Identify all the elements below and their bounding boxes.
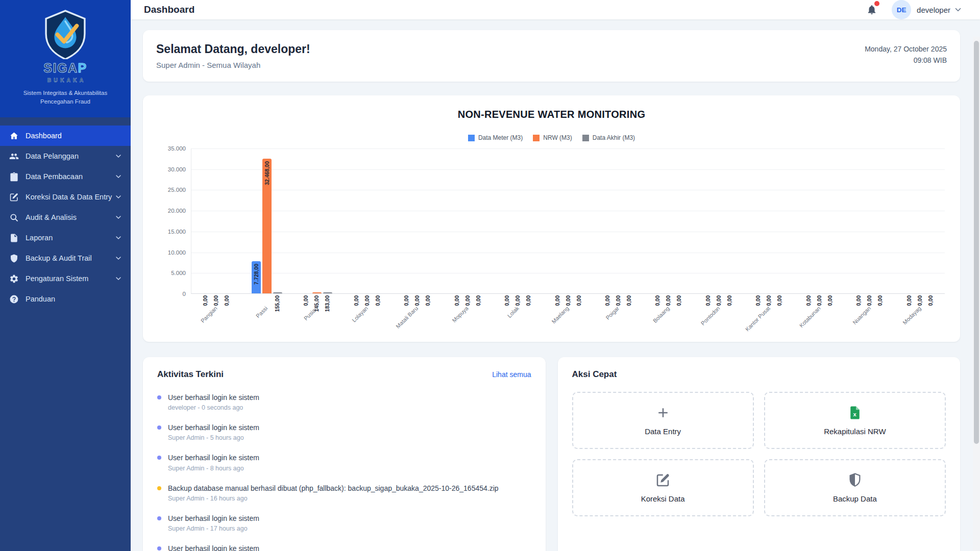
sidebar-item-audit-analisis[interactable]: Audit & Analisis <box>0 207 131 228</box>
avatar[interactable]: DE <box>892 0 911 19</box>
activity-dot <box>157 425 161 430</box>
x-axis-cell: 0,000,000,00Lolak <box>493 294 543 336</box>
activity-meta: Super Admin - 5 hours ago <box>168 434 259 441</box>
sidebar-item-label: Dashboard <box>26 132 122 140</box>
bar-value-label: 0,00 <box>654 295 660 306</box>
bottom-grid: Aktivitas Terkini Lihat semua User berha… <box>143 357 960 551</box>
y-tick-label: 35.000 <box>168 145 186 152</box>
sidebar-item-data-pembacaan[interactable]: Data Pembacaan <box>0 166 131 187</box>
x-axis-cell: 0,000,000,00Lolayan <box>341 294 391 336</box>
scrollbar[interactable] <box>973 37 980 551</box>
x-axis-cell: 0,000,000,00Pangian <box>191 294 241 336</box>
bar-value-label: 0,00 <box>827 295 833 306</box>
quick-action-label: Backup Data <box>833 494 877 503</box>
bar-value-label: 0,00 <box>403 295 409 306</box>
sidebar-item-label: Data Pelanggan <box>26 152 114 160</box>
logo-title: SIGAP <box>7 61 124 76</box>
bar-value-label: 155,00 <box>274 295 280 312</box>
bar-value-label: 0,00 <box>866 295 872 306</box>
x-category-label: Lolayan <box>351 305 369 323</box>
scrollbar-thumb[interactable] <box>974 41 979 444</box>
bar-value-label: 0,00 <box>303 295 309 306</box>
document-icon <box>9 233 19 243</box>
quick-action-rekapitulasi-nrw[interactable]: xRekapitulasi NRW <box>764 392 946 449</box>
activity-dot <box>157 546 161 550</box>
chart-plot: 7.728,0032.468,00 <box>191 148 945 294</box>
bar-group <box>443 148 493 293</box>
activity-meta: developer - 0 seconds ago <box>168 404 259 411</box>
notification-dot <box>874 1 879 6</box>
legend-label: Data Akhir (M3) <box>593 134 635 141</box>
sidebar-item-label: Data Pembacaan <box>26 172 114 181</box>
sidebar-item-label: Koreksi Data & Data Entry <box>26 193 114 201</box>
bar-group <box>644 148 694 293</box>
x-category-label: Pangian <box>200 305 218 324</box>
activity-text: Backup database manual berhasil dibuat (… <box>168 484 499 493</box>
quick-action-label: Koreksi Data <box>641 494 685 503</box>
welcome-subtitle: Super Admin - Semua Wilayah <box>156 61 310 69</box>
bar-value-label: 0,00 <box>665 295 671 306</box>
notification-bell-icon[interactable] <box>866 4 877 15</box>
app-root: SIGAP BUKAKA Sistem Integritas & Akuntab… <box>0 0 980 551</box>
chevron-down-icon[interactable] <box>953 5 963 14</box>
x-axis-cell: 0,000,000,00Kotabunan <box>794 294 844 336</box>
sidebar-item-backup-audit-trail[interactable]: Backup & Audit Trail <box>0 248 131 268</box>
bar-value-label: 0,00 <box>927 295 934 306</box>
bar-group <box>794 148 844 293</box>
sidebar-item-data-pelanggan[interactable]: Data Pelanggan <box>0 146 131 166</box>
gear-icon <box>9 274 19 284</box>
y-tick-label: 5.000 <box>171 270 186 276</box>
user-name[interactable]: developer <box>917 6 950 14</box>
x-category-label: Pontodon <box>700 305 721 327</box>
activities-title: Aktivitas Terkini <box>157 369 224 380</box>
x-axis-cell: 0,000,000,00Modayag <box>895 294 945 336</box>
bar: 32.468,00 <box>262 159 272 293</box>
help-icon <box>9 294 19 304</box>
edit-square-icon <box>655 472 671 488</box>
x-category-label: Kotabunan <box>798 305 821 329</box>
logo-shield-icon <box>39 8 92 59</box>
quick-action-backup-data[interactable]: Backup Data <box>764 459 946 516</box>
bar-value-label: 0,00 <box>917 295 923 306</box>
sidebar: SIGAP BUKAKA Sistem Integritas & Akuntab… <box>0 0 131 551</box>
sidebar-item-panduan[interactable]: Panduan <box>0 289 131 309</box>
bar-value-label: 0,00 <box>755 295 761 306</box>
bar-value-label: 0,00 <box>425 295 431 306</box>
sidebar-item-dashboard[interactable]: Dashboard <box>0 126 131 146</box>
nrw-chart-card: NON-REVENUE WATER MONITORING Data Meter … <box>143 95 960 342</box>
bar-value-label: 0,00 <box>855 295 862 306</box>
bar-value-label: 0,00 <box>504 295 510 306</box>
bar-value-label: 0,00 <box>604 295 610 306</box>
activity-text: User berhasil login ke sistem <box>168 544 259 551</box>
sidebar-item-pengaturan-sistem[interactable]: Pengaturan Sistem <box>0 268 131 289</box>
quick-action-koreksi-data[interactable]: Koreksi Data <box>572 459 754 516</box>
bar-group: 7.728,0032.468,00 <box>241 148 291 293</box>
svg-text:x: x <box>853 411 856 417</box>
activity-meta: Super Admin - 17 hours ago <box>168 525 259 532</box>
sidebar-item-koreksi-data-entry[interactable]: Koreksi Data & Data Entry <box>0 187 131 207</box>
excel-icon: x <box>847 405 863 420</box>
legend-label: NRW (M3) <box>543 134 572 141</box>
bar-value-label: 0,00 <box>375 295 381 306</box>
activity-item: User berhasil login ke sistemSuper Admin… <box>157 514 531 532</box>
bar-group <box>342 148 392 293</box>
view-all-link[interactable]: Lihat semua <box>492 370 531 379</box>
sidebar-menu: DashboardData PelangganData PembacaanKor… <box>0 117 131 309</box>
quick-actions-title: Aksi Cepat <box>572 369 617 380</box>
bar-value-label: 0,00 <box>554 295 560 306</box>
bar-value-label: 0,00 <box>464 295 471 306</box>
bar-value-label: 0,00 <box>705 295 711 306</box>
bar-value-label: 0,00 <box>525 295 531 306</box>
bar-value-label: 0,00 <box>454 295 460 306</box>
users-icon <box>9 152 19 161</box>
bar-value-label: 0,00 <box>576 295 582 306</box>
logo-tagline: Sistem Integritas & Akuntabilitas Penceg… <box>7 89 124 107</box>
bar-value-label: 0,00 <box>213 295 219 306</box>
bar-group <box>493 148 543 293</box>
bar-group <box>694 148 744 293</box>
activity-dot <box>157 456 161 460</box>
activity-item: User berhasil login ke sistemSuper Admin… <box>157 423 531 441</box>
quick-action-data-entry[interactable]: Data Entry <box>572 392 754 449</box>
bar-group <box>292 148 342 293</box>
sidebar-item-laporan[interactable]: Laporan <box>0 228 131 248</box>
